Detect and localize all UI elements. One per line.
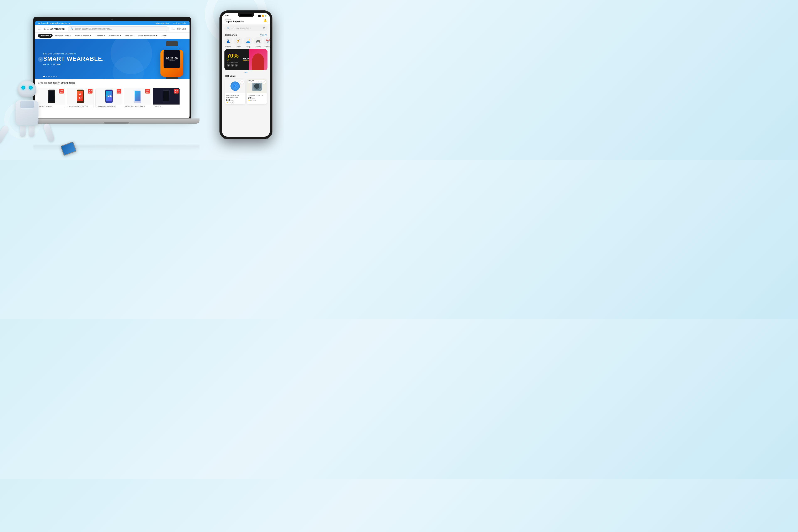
phone-name-m53: Galaxy M53 (4GB | 64 GB): [125, 106, 150, 107]
phone-discount-m13: 56%OFF: [88, 89, 93, 94]
nav-item-sport[interactable]: Sport: [160, 34, 168, 38]
product-price-echo: $40: [248, 97, 252, 99]
phone-name-m13: Galaxy M13 (4GB | 64 GB): [68, 106, 93, 107]
product-rating-fan: ⭐ 4.8 (100): [226, 102, 244, 103]
watch-body: 08:26:00 FRI 04/08: [160, 50, 183, 77]
promo-social: ● ● ●: [227, 64, 239, 67]
banner-title: SMART WEARABLE.: [43, 56, 104, 62]
site-search[interactable]: 🔍: [68, 26, 169, 31]
phone-name-m33: Galaxy M33 (4GB | 64 GB): [97, 106, 121, 107]
product-card-fan[interactable]: 🌀 ♡ Portable Neck Fan Hands Free Fan $40…: [225, 79, 245, 104]
search-input[interactable]: [75, 27, 167, 30]
sign-in-text[interactable]: Sign Up/S: [177, 27, 186, 30]
phone-card-dark[interactable]: 56%OFF Galaxy M...: [153, 88, 180, 108]
phone-categories-header: Categories View All: [222, 32, 270, 37]
signal-icon: ▐▐▐: [258, 15, 261, 17]
banner-dot-4: [51, 76, 52, 77]
phone-discount-s22: 56%OFF: [59, 89, 64, 94]
phone-card-m13[interactable]: M13 56%OFF Galaxy M13 (4GB | 64 GB): [67, 88, 94, 108]
nav-item-fashion[interactable]: Fashion ▼: [94, 34, 107, 38]
product-pricing-echo: $40 $60: [248, 96, 266, 99]
nav-arrow-home: ▼: [90, 35, 92, 36]
search-icon: 🔍: [71, 27, 73, 30]
phone-time: 9:41: [225, 15, 229, 17]
phones-grid: 56%OFF Galaxy S22 Ultra M13 56%OFF: [38, 88, 186, 108]
topbar-welcome: Welcome to worldwide e-commerse: [38, 22, 152, 24]
notification-bell-icon[interactable]: 🔔: [263, 19, 267, 22]
cat-icon-fashion: 👗: [224, 37, 232, 45]
robot-head: [18, 81, 36, 97]
phone-card-m53[interactable]: 56%OFF Galaxy M53 (4GB | 64 GB): [124, 88, 151, 108]
banner-dot-6: [56, 76, 57, 77]
nav-item-groceries[interactable]: Groceries ▼: [38, 34, 53, 38]
cat-label-fitness: Fitness: [236, 46, 241, 48]
phone-card-img-m33: 5GM33 56%OFF: [96, 88, 122, 104]
laptop-screen-wrapper: Welcome to worldwide e-commerse Deliver …: [33, 17, 191, 118]
phone-shape-s22: [48, 90, 55, 103]
phone-categories-grid: 👗 Fashion 🏋️ Fitness 🛋️ Living 🎮 Games ✂…: [222, 37, 270, 48]
phone-info-dark: Galaxy M...: [153, 104, 179, 108]
phone-location-city: Jaipur, Rajasthan: [225, 20, 244, 23]
phone-info-m13: Galaxy M13 (4GB | 64 GB): [67, 104, 94, 108]
nav-arrow-home-impr: ▼: [156, 35, 157, 36]
phone-location-label: Loaction: [225, 18, 244, 20]
product-card-echo[interactable]: echo dot Add Alexa to your nightstand ♡ …: [247, 79, 267, 104]
phone-discount-m33: 56%OFF: [117, 89, 121, 94]
phone-screen-inner: 9:41 ▐▐▐ 📶 🔋 Loaction Jaipur, Rajasthan …: [222, 13, 270, 137]
logo-e: E-: [44, 27, 47, 31]
promo-social-icon-2: ●: [231, 64, 234, 67]
promo-percent: 70%: [227, 53, 239, 59]
phone-location-info: Loaction Jaipur, Rajasthan: [225, 18, 244, 23]
robot-eye-left: [21, 86, 25, 90]
site-header: ☰ E-E-Commerse 🔍 ☰ Sign Up/S: [35, 25, 190, 33]
promo-social-icon-1: ●: [227, 64, 230, 67]
list-icon[interactable]: ☰: [172, 27, 175, 31]
cat-item-games[interactable]: 🎮 Games: [254, 37, 262, 48]
product-heart-echo[interactable]: ♡: [262, 80, 266, 84]
laptop: Welcome to worldwide e-commerse Deliver …: [33, 17, 200, 141]
phone-screen-s22: [49, 91, 54, 101]
promo-online-label: ONLINE: [243, 60, 249, 62]
nav-item-electronics[interactable]: Electronics ▼: [108, 34, 122, 38]
cat-item-stationery[interactable]: ✂️ Stationery: [264, 37, 270, 48]
phone-shape-m53: [134, 90, 141, 103]
product-original-echo: $60: [252, 97, 255, 99]
robot-leg-right: [29, 126, 35, 137]
phone-camera-icon[interactable]: ⊡: [263, 27, 265, 30]
hamburger-icon[interactable]: ☰: [38, 27, 41, 31]
banner-text: Best Deal Online on smart watches SMART …: [43, 53, 104, 66]
robot-eye-right: [29, 86, 33, 90]
echo-dot-ring: [253, 82, 261, 90]
topbar-track: Track your order: [173, 22, 186, 24]
banner-subtitle: Best Deal Online on smart watches: [43, 53, 104, 55]
banner-dot-2: [46, 76, 47, 77]
nav-item-home-improvement[interactable]: Home Improvement ▼: [136, 34, 159, 38]
banner-prev-button[interactable]: ‹: [38, 57, 43, 62]
phone-name-dark: Galaxy M...: [154, 106, 178, 107]
nav-item-home-kitchen[interactable]: Home & Kitchen ▼: [74, 34, 93, 38]
categories-view-all[interactable]: View All: [260, 34, 267, 36]
echo-dot-image: [252, 81, 262, 91]
watch-band-top: [166, 41, 178, 46]
phone-card-m33[interactable]: 5GM33 56%OFF Galaxy M33 (4GB | 64 GB): [95, 88, 122, 108]
topbar-right: Deliver to 423651 Track your order: [155, 22, 186, 24]
nav-item-premium-fruits[interactable]: Premium Fruits ▼: [54, 34, 72, 38]
promo-right: [249, 49, 267, 70]
product-heart-fan[interactable]: ♡: [240, 80, 244, 84]
phone-info-m33: Galaxy M33 (4GB | 64 GB): [96, 104, 122, 108]
cat-item-fitness[interactable]: 🏋️ Fitness: [234, 37, 242, 48]
laptop-reflection: [33, 145, 200, 151]
promo-off: OFF: [227, 59, 239, 61]
cat-item-living[interactable]: 🛋️ Living: [244, 37, 252, 48]
phone-card-img-m13: M13 56%OFF: [67, 88, 94, 104]
promo-special: SPECIAL OFFER: [227, 61, 239, 63]
banner-dots: [43, 76, 57, 77]
phone-ui: 9:41 ▐▐▐ 📶 🔋 Loaction Jaipur, Rajasthan …: [220, 11, 272, 139]
banner-offer: UP TO 80% OFF: [43, 63, 104, 66]
echo-badge: echo dot Add Alexa to your nightstand: [248, 80, 264, 83]
cat-item-fashion[interactable]: 👗 Fashion: [224, 37, 232, 48]
phone-search-bar[interactable]: 🔍 Find your favorite items ⊡: [225, 25, 267, 31]
cat-icon-stationery: ✂️: [264, 37, 270, 45]
nav-item-beauty[interactable]: Beauty ▼: [124, 34, 135, 38]
product-img-fan: 🌀 ♡: [225, 79, 245, 93]
